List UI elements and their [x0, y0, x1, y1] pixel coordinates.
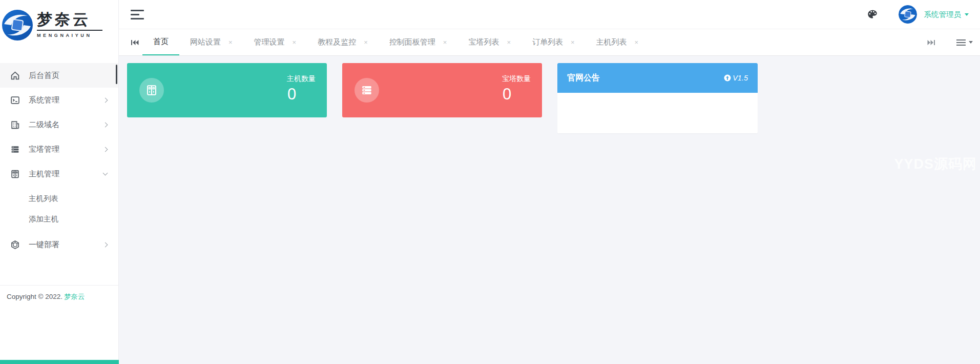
hamburger-icon: [131, 10, 144, 11]
menu-lines-icon: [956, 38, 966, 47]
sidebar-scrollbar[interactable]: [116, 65, 117, 84]
brand-text: 梦奈云 MENGNAIYUN: [37, 12, 102, 38]
chevron-down-icon: [103, 171, 108, 176]
tab-baota-list[interactable]: 宝塔列表 ×: [457, 29, 522, 55]
copyright-brand-link[interactable]: 梦奈云: [64, 293, 85, 300]
dashboard-content: 主机数量 0 宝塔数量 0: [119, 56, 980, 364]
home-icon: [10, 70, 20, 80]
sidebar-item-subdomain[interactable]: 二级域名: [0, 112, 118, 137]
sidebar-bottom-accent: [0, 360, 119, 364]
app-window: 梦奈云 MENGNAIYUN 后台首页: [0, 0, 980, 364]
tab-label: 教程及监控: [318, 37, 356, 47]
brand-logo[interactable]: 梦奈云 MENGNAIYUN: [0, 0, 118, 50]
sidebar-nav: 后台首页 系统管理: [0, 50, 118, 257]
copyright-text: Copyright © 2022.: [7, 293, 62, 300]
baota-count-card: 宝塔数量 0: [342, 63, 542, 117]
chevron-right-icon: [103, 122, 108, 127]
brand-subtitle: MENGNAIYUN: [37, 33, 102, 38]
tab-control-panel[interactable]: 控制面板管理 ×: [379, 29, 458, 55]
close-icon[interactable]: ×: [571, 38, 575, 46]
chevron-right-icon: [103, 242, 108, 247]
announcement-title: 官网公告: [567, 73, 600, 84]
server-stack-icon: [10, 144, 20, 154]
watermark-text: YYDS源码网: [894, 155, 977, 173]
tab-label: 控制面板管理: [389, 37, 435, 47]
close-icon[interactable]: ×: [443, 38, 447, 46]
sidebar-item-host[interactable]: 主机管理: [0, 161, 118, 186]
stat-text: 主机数量 0: [287, 74, 316, 103]
stat-value: 0: [502, 86, 531, 103]
tab-scroll-left-button[interactable]: [127, 29, 142, 55]
update-arrow-icon: [724, 74, 731, 82]
sidebar-item-baota[interactable]: 宝塔管理: [0, 137, 118, 161]
close-icon[interactable]: ×: [228, 38, 233, 46]
host-cabinet-icon: [10, 169, 20, 179]
version-text: V1.5: [733, 74, 748, 82]
close-icon[interactable]: ×: [293, 38, 297, 46]
tab-tutorial-monitor[interactable]: 教程及监控 ×: [307, 29, 379, 55]
top-header: 系统管理员: [119, 0, 980, 29]
announcement-body: [557, 93, 758, 133]
close-icon[interactable]: ×: [364, 38, 368, 46]
terminal-icon: [10, 95, 20, 105]
sidebar-item-dashboard[interactable]: 后台首页: [0, 63, 118, 88]
tab-label: 管理设置: [254, 37, 285, 47]
sidebar-item-deploy[interactable]: 一键部署: [0, 232, 118, 257]
caret-down-icon: [969, 41, 973, 44]
hamburger-icon: [131, 14, 139, 15]
sidebar-item-label: 宝塔管理: [29, 145, 59, 154]
chevron-right-icon: [103, 97, 108, 103]
sidebar-toggle-button[interactable]: [131, 10, 144, 19]
sidebar-item-label: 二级域名: [29, 120, 59, 130]
header-right: 系统管理员: [867, 5, 969, 24]
sidebar-submenu-host: 主机列表 添加主机: [0, 186, 118, 232]
card-icon-badge: [139, 78, 164, 103]
sidebar-subitem-host-list[interactable]: 主机列表: [0, 188, 118, 209]
tab-tools: [924, 29, 973, 55]
sidebar-item-system[interactable]: 系统管理: [0, 88, 118, 112]
close-icon[interactable]: ×: [635, 38, 639, 46]
user-avatar[interactable]: [899, 5, 917, 24]
main-area: 系统管理员 首页 网站设置 × 管理设置: [119, 0, 980, 364]
tab-label: 主机列表: [596, 37, 627, 47]
sidebar-subitem-add-host[interactable]: 添加主机: [0, 209, 118, 229]
tab-website-settings[interactable]: 网站设置 ×: [179, 29, 243, 55]
tab-label: 网站设置: [190, 37, 221, 47]
announcement-header: 官网公告 V1.5: [557, 63, 758, 93]
tab-home[interactable]: 首页: [142, 29, 179, 55]
tab-bar: 首页 网站设置 × 管理设置 × 教程及监控 × 控制面板管理 ×: [119, 29, 980, 56]
hamburger-icon: [131, 18, 144, 19]
card-icon-badge: [355, 78, 379, 103]
tab-label: 订单列表: [532, 37, 563, 47]
sidebar-footer: Copyright © 2022.梦奈云: [0, 285, 118, 301]
sidebar-item-label: 系统管理: [29, 95, 59, 105]
stat-text: 宝塔数量 0: [502, 74, 531, 103]
stat-title: 宝塔数量: [502, 74, 531, 84]
user-menu[interactable]: 系统管理员: [924, 10, 962, 19]
version-badge: V1.5: [724, 74, 748, 82]
sidebar-item-label: 后台首页: [29, 71, 59, 80]
tab-host-list[interactable]: 主机列表 ×: [586, 29, 650, 55]
tab-order-list[interactable]: 订单列表 ×: [522, 29, 586, 55]
sidebar-item-label: 一键部署: [29, 240, 59, 250]
brand-divider: [37, 30, 102, 31]
chevron-right-icon: [103, 147, 108, 152]
theme-palette-icon[interactable]: [867, 9, 878, 20]
stat-title: 主机数量: [287, 74, 316, 84]
building-icon: [10, 119, 20, 130]
tab-list: 首页 网站设置 × 管理设置 × 教程及监控 × 控制面板管理 ×: [142, 29, 924, 55]
stat-value: 0: [287, 86, 316, 103]
tab-options-button[interactable]: [956, 38, 973, 47]
tab-label: 首页: [153, 37, 169, 47]
close-icon[interactable]: ×: [507, 38, 511, 46]
deploy-cube-icon: [10, 239, 20, 250]
announcement-card: 官网公告 V1.5: [557, 63, 758, 133]
sidebar-item-label: 主机管理: [29, 169, 59, 179]
brand-logo-icon: [1, 9, 34, 42]
caret-down-icon: [965, 13, 969, 16]
sidebar: 梦奈云 MENGNAIYUN 后台首页: [0, 0, 119, 364]
tab-label: 宝塔列表: [468, 37, 499, 47]
host-count-card: 主机数量 0: [127, 63, 327, 117]
tab-admin-settings[interactable]: 管理设置 ×: [243, 29, 307, 55]
tab-scroll-right-button[interactable]: [924, 39, 939, 46]
